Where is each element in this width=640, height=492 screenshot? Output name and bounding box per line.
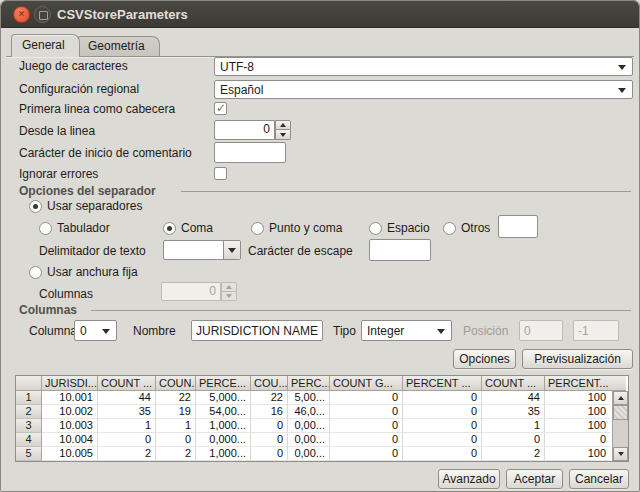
close-icon[interactable] <box>13 6 30 23</box>
table-row[interactable]: 110.00144225,000...225,00...0044100 <box>16 391 628 405</box>
fixed-width-radio[interactable] <box>29 266 42 279</box>
chevron-down-icon[interactable] <box>223 241 240 259</box>
column-header[interactable]: PERCENT ... <box>403 376 482 391</box>
table-vertical-scrollbar[interactable] <box>612 391 628 461</box>
columns-section-divider <box>91 310 631 311</box>
semicolon-separator-label: Punto y coma <box>269 221 342 235</box>
charset-label: Juego de caracteres <box>19 59 128 73</box>
table-row[interactable]: 310.003111,000...00,00...001100 <box>16 419 628 433</box>
restore-icon[interactable] <box>34 6 51 23</box>
table-cell: 0,00... <box>288 433 330 447</box>
fixed-columns-spinner: 0 <box>161 282 237 301</box>
table-cell: 5,000... <box>196 391 251 405</box>
table-row[interactable]: 410.004000,000...00,00...0000 <box>16 433 628 447</box>
table-cell: 44 <box>98 391 156 405</box>
from-line-spinner[interactable]: 0 <box>214 120 291 140</box>
table-cell: 10.005 <box>42 447 98 461</box>
column-header[interactable]: COUNT ... <box>98 376 156 391</box>
comma-separator-label: Coma <box>181 221 213 235</box>
locale-label: Configuración regional <box>19 82 139 96</box>
comment-char-input[interactable] <box>214 142 286 163</box>
locale-value: Español <box>220 83 263 97</box>
table-body: 110.00144225,000...225,00...0044100210.0… <box>16 391 628 461</box>
preview-button[interactable]: Previsualización <box>522 349 633 369</box>
column-header[interactable]: COUNT G... <box>330 376 403 391</box>
first-line-header-label: Primera linea como cabecera <box>19 102 175 116</box>
csv-store-parameters-dialog: CSVStoreParameters General Geometría Jue… <box>0 0 640 492</box>
table-cell: 0 <box>330 419 403 433</box>
table-cell: 1,000... <box>196 447 251 461</box>
table-cell: 0 <box>330 447 403 461</box>
tab-separator-radio[interactable] <box>39 222 52 235</box>
cancel-button[interactable]: Cancelar <box>569 469 629 489</box>
scroll-up-icon[interactable] <box>613 391 628 405</box>
first-line-header-checkbox[interactable] <box>214 102 227 115</box>
advanced-button[interactable]: Avanzado <box>438 469 500 489</box>
position-label: Posición <box>463 324 508 338</box>
table-cell: 54,00... <box>196 405 251 419</box>
others-separator-label: Otros <box>461 221 490 235</box>
options-button[interactable]: Opciones <box>453 349 516 369</box>
table-cell: 0 <box>330 433 403 447</box>
table-cell: 46,0... <box>288 405 330 419</box>
table-cell: 2 <box>156 447 196 461</box>
ignore-errors-label: Ignorar errores <box>19 167 98 181</box>
escape-char-label: Carácter de escape <box>248 244 353 258</box>
table-cell: 1,000... <box>196 419 251 433</box>
preview-table: JURISDI...COUNT ...COUN...PERCE...COU...… <box>15 375 629 462</box>
table-row[interactable]: 210.002351954,00...1646,0...0035100 <box>16 405 628 419</box>
fixed-columns-value: 0 <box>161 282 221 301</box>
column-select[interactable]: 0 <box>74 320 117 341</box>
use-separators-label: Usar separadores <box>47 199 142 213</box>
table-cell: 100 <box>545 405 610 419</box>
column-value: 0 <box>80 324 87 338</box>
chevron-down-icon <box>618 88 626 93</box>
table-row[interactable]: 510.005221,000...00,00...002100 <box>16 447 628 461</box>
from-line-value[interactable]: 0 <box>214 120 275 140</box>
table-cell: 0 <box>482 433 545 447</box>
table-cell: 0,00... <box>288 419 330 433</box>
table-cell: 0 <box>98 433 156 447</box>
use-separators-radio[interactable] <box>29 200 42 213</box>
column-header[interactable]: PERCE... <box>196 376 251 391</box>
column-header[interactable]: COUN... <box>156 376 196 391</box>
ignore-errors-checkbox[interactable] <box>214 167 227 180</box>
table-cell: 100 <box>545 447 610 461</box>
accept-button[interactable]: Aceptar <box>506 469 563 489</box>
table-cell: 0 <box>403 433 482 447</box>
spin-up-icon[interactable] <box>275 120 291 130</box>
space-separator-label: Espacio <box>387 221 430 235</box>
column-type-value: Integer <box>367 324 404 338</box>
comma-separator-radio[interactable] <box>163 222 176 235</box>
others-separator-radio[interactable] <box>443 222 456 235</box>
column-header[interactable]: PERCENT... <box>545 376 610 391</box>
titlebar[interactable]: CSVStoreParameters <box>1 1 639 28</box>
spin-down-icon[interactable] <box>275 130 291 140</box>
column-type-select[interactable]: Integer <box>361 320 452 341</box>
table-cell: 5,00... <box>288 391 330 405</box>
spin-up-icon <box>221 282 237 292</box>
column-header[interactable]: JURISDI... <box>42 376 98 391</box>
column-header[interactable]: PERC... <box>288 376 330 391</box>
column-name-input[interactable] <box>191 320 323 341</box>
row-number: 2 <box>16 405 42 419</box>
space-separator-radio[interactable] <box>369 222 382 235</box>
charset-select[interactable]: UTF-8 <box>214 57 633 76</box>
scrollbar-thumb[interactable] <box>613 405 628 420</box>
tab-geometria[interactable]: Geometría <box>77 36 160 56</box>
table-cell: 0 <box>251 433 288 447</box>
column-type-label: Tipo <box>333 324 356 338</box>
others-separator-input[interactable] <box>498 215 538 238</box>
table-cell: 0,00... <box>288 447 330 461</box>
semicolon-separator-radio[interactable] <box>251 222 264 235</box>
text-delimiter-combo[interactable] <box>163 240 241 260</box>
column-header[interactable]: COU... <box>251 376 288 391</box>
tab-general[interactable]: General <box>11 34 80 57</box>
locale-select[interactable]: Español <box>214 80 633 99</box>
spin-down-icon <box>221 292 237 302</box>
row-number: 4 <box>16 433 42 447</box>
tab-general-label: General <box>22 38 65 52</box>
escape-char-input[interactable] <box>369 239 431 261</box>
scroll-down-icon[interactable] <box>613 447 628 461</box>
column-header[interactable]: COUNT ... <box>482 376 545 391</box>
